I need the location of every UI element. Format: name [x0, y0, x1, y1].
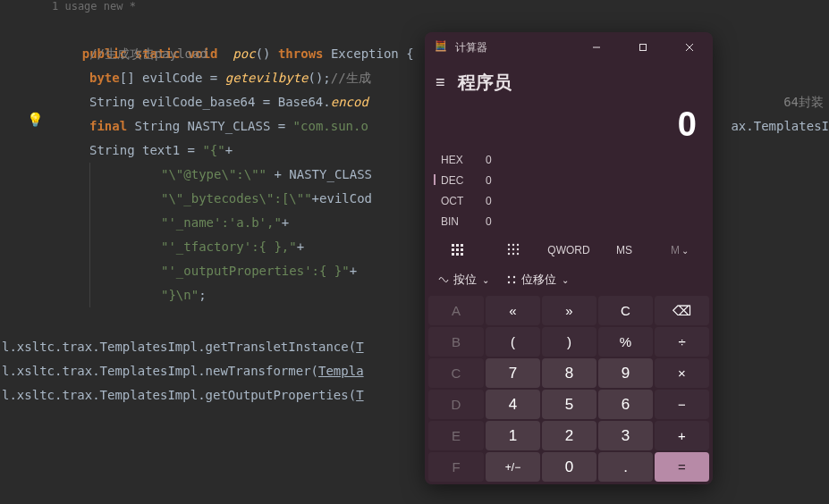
- display-value: 0: [425, 102, 713, 147]
- svg-point-21: [517, 252, 519, 254]
- radix-dec[interactable]: DEC0: [436, 170, 702, 190]
- key-4[interactable]: 4: [486, 390, 540, 419]
- svg-rect-4: [452, 244, 454, 247]
- radix-oct[interactable]: OCT0: [436, 190, 702, 211]
- key-6[interactable]: 6: [598, 390, 653, 419]
- svg-point-15: [517, 243, 519, 245]
- svg-point-14: [512, 243, 514, 245]
- key-5[interactable]: 5: [542, 390, 596, 419]
- usage-hint: 1 usage new *: [0, 0, 829, 18]
- memory-store-button[interactable]: MS: [596, 244, 652, 256]
- key-9[interactable]: 9: [598, 358, 653, 388]
- keypad: A « » C ⌫ B ( ) % ÷ C 7 8 9 × D 4 5 6 − …: [425, 294, 713, 484]
- key-rparen[interactable]: ): [542, 327, 596, 357]
- svg-rect-6: [461, 244, 463, 247]
- keypad-view-icon[interactable]: [430, 242, 486, 259]
- svg-point-20: [512, 252, 514, 254]
- bit-toggle-view-icon[interactable]: [486, 242, 541, 259]
- key-multiply[interactable]: ×: [655, 358, 709, 388]
- titlebar[interactable]: 🧮 计算器: [425, 32, 713, 63]
- key-7[interactable]: 7: [486, 358, 540, 388]
- key-2[interactable]: 2: [542, 421, 596, 450]
- memory-dropdown-button[interactable]: M⌄: [652, 244, 707, 256]
- key-divide[interactable]: ÷: [655, 327, 709, 357]
- svg-rect-5: [456, 244, 459, 247]
- svg-point-25: [513, 281, 515, 283]
- key-0[interactable]: 0: [542, 452, 596, 482]
- hamburger-icon[interactable]: ≡: [436, 73, 445, 92]
- key-a[interactable]: A: [428, 296, 484, 325]
- function-row: 按位⌄ 位移位⌄: [425, 265, 713, 294]
- svg-point-16: [508, 248, 510, 249]
- bitwise-dropdown[interactable]: 按位⌄: [437, 272, 489, 288]
- svg-rect-10: [452, 253, 454, 256]
- key-d[interactable]: D: [428, 390, 484, 419]
- calculator-app-icon: 🧮: [434, 40, 448, 55]
- key-percent[interactable]: %: [598, 327, 653, 357]
- svg-rect-1: [640, 45, 647, 51]
- maximize-button[interactable]: [623, 34, 663, 61]
- calculator-mode-label[interactable]: 程序员: [458, 71, 512, 95]
- svg-point-23: [513, 276, 515, 278]
- svg-rect-12: [461, 253, 463, 256]
- key-f[interactable]: F: [428, 452, 484, 482]
- radix-hex[interactable]: HEX0: [436, 149, 702, 170]
- word-size-toggle[interactable]: QWORD: [541, 244, 596, 256]
- key-decimal[interactable]: .: [598, 452, 653, 482]
- key-negate[interactable]: +/−: [486, 452, 540, 482]
- key-rshift[interactable]: »: [542, 296, 596, 325]
- toggle-row: QWORD MS M⌄: [425, 235, 713, 265]
- svg-point-19: [508, 252, 510, 254]
- key-b[interactable]: B: [428, 327, 484, 357]
- svg-rect-9: [461, 248, 463, 251]
- svg-point-22: [508, 276, 510, 278]
- key-backspace[interactable]: ⌫: [655, 296, 709, 325]
- svg-point-18: [517, 248, 519, 249]
- key-clear[interactable]: C: [598, 296, 653, 325]
- key-equals[interactable]: =: [655, 452, 709, 482]
- bitshift-dropdown[interactable]: 位移位⌄: [505, 272, 569, 288]
- key-add[interactable]: +: [655, 421, 709, 450]
- key-lshift[interactable]: «: [486, 296, 540, 325]
- radix-bin[interactable]: BIN0: [436, 211, 702, 231]
- calculator-header: ≡ 程序员: [425, 63, 713, 102]
- svg-point-13: [508, 243, 510, 245]
- radix-block: HEX0 DEC0 OCT0 BIN0: [425, 147, 713, 235]
- key-3[interactable]: 3: [598, 421, 653, 450]
- window-title: 计算器: [455, 40, 487, 55]
- svg-rect-8: [456, 248, 459, 251]
- key-8[interactable]: 8: [542, 358, 596, 388]
- key-subtract[interactable]: −: [655, 390, 709, 419]
- svg-rect-11: [456, 253, 459, 256]
- key-c[interactable]: C: [428, 358, 484, 388]
- svg-point-24: [508, 281, 510, 283]
- close-button[interactable]: [670, 34, 709, 61]
- key-e[interactable]: E: [428, 421, 484, 450]
- svg-point-17: [512, 248, 514, 249]
- svg-rect-7: [452, 248, 454, 251]
- key-lparen[interactable]: (: [486, 327, 540, 357]
- minimize-button[interactable]: [577, 34, 616, 61]
- key-1[interactable]: 1: [486, 421, 540, 450]
- calculator-window: 🧮 计算器 ≡ 程序员 0 HEX0 DEC0 OCT0 BIN0 QWORD …: [425, 32, 713, 484]
